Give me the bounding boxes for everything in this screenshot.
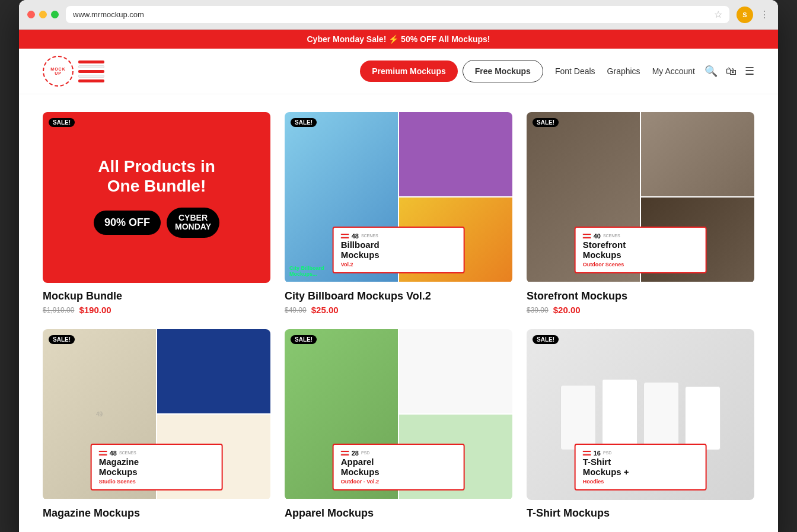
product-card-billboard[interactable]: SALE! City BillboardMockups... xyxy=(285,112,512,315)
star-icon[interactable]: ☆ xyxy=(714,9,722,20)
magazine-scenes-label: SCENES xyxy=(119,451,136,455)
product-name-bundle: Mockup Bundle xyxy=(43,290,270,302)
storefront-scenes-label: SCENES xyxy=(603,234,620,238)
sale-price-storefront: $20.00 xyxy=(553,305,581,315)
cyber-monday-badge: CYBERMONDAY xyxy=(167,208,219,238)
magazine-card-title: MagazineMockups xyxy=(99,457,215,477)
apparel-scenes-label: PSD xyxy=(361,451,369,455)
storefront-img-2 xyxy=(641,112,754,196)
menu-icon[interactable]: ⋮ xyxy=(759,9,770,20)
cart-icon[interactable]: 🛍 xyxy=(726,65,737,78)
discount-badge: 90% OFF xyxy=(94,211,161,235)
products-grid: SALE! All Products inOne Bundle! 90% OFF… xyxy=(19,94,778,532)
magazine-img-2 xyxy=(157,329,270,413)
search-icon[interactable]: 🔍 xyxy=(704,65,718,78)
flag-stripe-4 xyxy=(78,75,104,78)
billboard-img-2 xyxy=(399,112,512,196)
tshirt-scenes-row: 16 PSD xyxy=(583,450,699,457)
sale-badge-storefront: SALE! xyxy=(533,118,559,127)
product-card-apparel[interactable]: SALE! 28 PSD xyxy=(285,329,512,522)
product-card-magazine[interactable]: SALE! 49 48 xyxy=(43,329,270,522)
apparel-card-subtitle: Outdoor - Vol.2 xyxy=(341,479,457,485)
product-image-tshirt: SALE! 1 xyxy=(527,329,754,500)
flag-stripe-1 xyxy=(78,60,104,63)
sale-badge-tshirt: SALE! xyxy=(533,335,559,344)
magazine-card-overlay: 48 SCENES MagazineMockups Studio Scenes xyxy=(91,444,223,491)
sale-badge-apparel: SALE! xyxy=(291,335,317,344)
original-price-storefront: $39.00 xyxy=(527,306,549,314)
sale-badge-billboard: SALE! xyxy=(291,118,317,127)
product-image-billboard: SALE! City BillboardMockups... xyxy=(285,112,512,283)
nav-link-graphics[interactable]: Graphics xyxy=(607,66,640,76)
product-image-bundle: SALE! All Products inOne Bundle! 90% OFF… xyxy=(43,112,270,283)
flag-stripe-2 xyxy=(78,65,104,68)
nav-actions: 🔍 🛍 ☰ xyxy=(704,65,754,78)
announcement-text: Cyber Monday Sale! ⚡ 50% OFF All Mockups… xyxy=(307,34,490,44)
maximize-button[interactable] xyxy=(51,11,59,18)
original-price-billboard: $49.00 xyxy=(285,306,307,314)
magazine-scenes-num: 48 xyxy=(110,450,117,457)
bundle-title: All Products inOne Bundle! xyxy=(98,157,215,195)
card-flag-tshirt xyxy=(583,451,591,455)
logo-area[interactable]: MOCKUP xyxy=(43,56,104,87)
url-text: www.mrmockup.com xyxy=(73,10,144,19)
flag-stripe-5 xyxy=(78,79,104,82)
nav-link-my-account[interactable]: My Account xyxy=(652,66,695,76)
billboard-card-title: BillboardMockups xyxy=(341,240,457,260)
browser-window: www.mrmockup.com ☆ S ⋮ Cyber Monday Sale… xyxy=(19,0,778,532)
storefront-card-overlay: 40 SCENES StorefrontMockups Outdoor Scen… xyxy=(575,227,707,274)
minimize-button[interactable] xyxy=(39,11,47,18)
sale-badge-magazine: SALE! xyxy=(49,335,75,344)
product-card-storefront[interactable]: SALE! 40 SCENES xyxy=(527,112,754,315)
browser-actions: S ⋮ xyxy=(737,7,770,23)
price-row-billboard: $49.00 $25.00 xyxy=(285,305,512,315)
product-image-apparel: SALE! 28 PSD xyxy=(285,329,512,500)
magazine-scenes-row: 48 SCENES xyxy=(99,450,215,457)
logo-flag xyxy=(78,60,104,82)
product-name-tshirt: T-Shirt Mockups xyxy=(527,507,754,520)
close-button[interactable] xyxy=(27,11,35,18)
storefront-card-title: StorefrontMockups xyxy=(583,240,699,260)
address-bar[interactable]: www.mrmockup.com ☆ xyxy=(66,6,729,23)
user-avatar[interactable]: S xyxy=(737,7,753,23)
apparel-card-overlay: 28 PSD ApparelMockups Outdoor - Vol.2 xyxy=(333,444,465,491)
apparel-scenes-row: 28 PSD xyxy=(341,450,457,457)
nav-links: Font Deals Graphics My Account xyxy=(555,66,695,76)
card-flag-magazine xyxy=(99,451,107,455)
sale-price-bundle: $190.00 xyxy=(79,305,111,315)
price-row-storefront: $39.00 $20.00 xyxy=(527,305,754,315)
card-flag-apparel xyxy=(341,451,349,455)
apparel-card-title: ApparelMockups xyxy=(341,457,457,477)
magazine-card-subtitle: Studio Scenes xyxy=(99,479,215,485)
tshirt-card-title: T-ShirtMockups + xyxy=(583,457,699,477)
nav-link-font-deals[interactable]: Font Deals xyxy=(555,66,595,76)
logo-circle: MOCKUP xyxy=(43,56,74,87)
bundle-badges: 90% OFF CYBERMONDAY xyxy=(94,208,219,238)
apparel-img-2 xyxy=(399,329,512,413)
billboard-card-subtitle: Vol.2 xyxy=(341,262,457,267)
premium-mockups-button[interactable]: Premium Mockups xyxy=(360,60,457,82)
product-image-magazine: SALE! 49 48 xyxy=(43,329,270,500)
card-flag-storefront xyxy=(583,234,591,238)
product-name-storefront: Storefront Mockups xyxy=(527,290,754,302)
card-flag-billboard xyxy=(341,234,349,238)
site-content: Cyber Monday Sale! ⚡ 50% OFF All Mockups… xyxy=(19,30,778,532)
product-image-storefront: SALE! 40 SCENES xyxy=(527,112,754,283)
bundle-background: All Products inOne Bundle! 90% OFF CYBER… xyxy=(43,112,270,283)
menu-hamburger-icon[interactable]: ☰ xyxy=(745,65,754,78)
tshirt-card-overlay: 16 PSD T-ShirtMockups + Hoodies xyxy=(575,444,707,491)
storefront-card-subtitle: Outdoor Scenes xyxy=(583,262,699,267)
flag-stripe-3 xyxy=(78,70,104,73)
announcement-bar: Cyber Monday Sale! ⚡ 50% OFF All Mockups… xyxy=(19,30,778,49)
storefront-scenes-row: 40 SCENES xyxy=(583,232,699,240)
browser-chrome: www.mrmockup.com ☆ S ⋮ xyxy=(19,0,778,30)
product-card-bundle[interactable]: SALE! All Products inOne Bundle! 90% OFF… xyxy=(43,112,270,315)
original-price-bundle: $1,910.00 xyxy=(43,306,74,314)
product-name-magazine: Magazine Mockups xyxy=(43,507,270,520)
free-mockups-button[interactable]: Free Mockups xyxy=(463,60,543,82)
main-nav: MOCKUP Premium Mockups Free Mockups Font… xyxy=(19,49,778,94)
sale-badge-bundle: SALE! xyxy=(49,118,75,127)
tshirt-card-subtitle: Hoodies xyxy=(583,479,699,485)
apparel-scenes-num: 28 xyxy=(352,450,359,457)
product-card-tshirt[interactable]: SALE! 1 xyxy=(527,329,754,522)
